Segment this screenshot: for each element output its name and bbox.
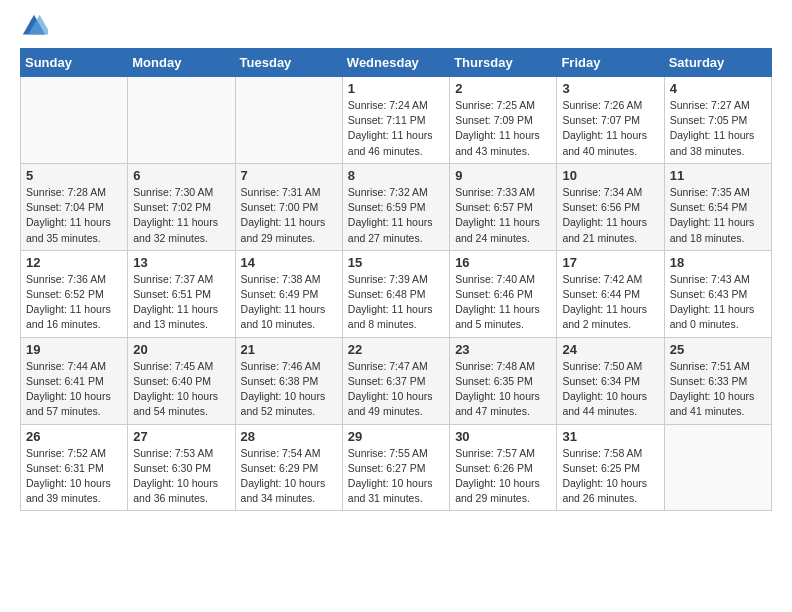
calendar-cell: 19Sunrise: 7:44 AMSunset: 6:41 PMDayligh…: [21, 337, 128, 424]
calendar-cell: 15Sunrise: 7:39 AMSunset: 6:48 PMDayligh…: [342, 250, 449, 337]
calendar-cell: 8Sunrise: 7:32 AMSunset: 6:59 PMDaylight…: [342, 163, 449, 250]
col-header-sunday: Sunday: [21, 49, 128, 77]
day-detail: Sunrise: 7:32 AMSunset: 6:59 PMDaylight:…: [348, 185, 444, 246]
calendar-week-row: 12Sunrise: 7:36 AMSunset: 6:52 PMDayligh…: [21, 250, 772, 337]
day-number: 7: [241, 168, 337, 183]
calendar-cell: 28Sunrise: 7:54 AMSunset: 6:29 PMDayligh…: [235, 424, 342, 511]
day-detail: Sunrise: 7:55 AMSunset: 6:27 PMDaylight:…: [348, 446, 444, 507]
calendar-cell: 7Sunrise: 7:31 AMSunset: 7:00 PMDaylight…: [235, 163, 342, 250]
calendar-cell: 17Sunrise: 7:42 AMSunset: 6:44 PMDayligh…: [557, 250, 664, 337]
col-header-monday: Monday: [128, 49, 235, 77]
calendar-cell: 4Sunrise: 7:27 AMSunset: 7:05 PMDaylight…: [664, 77, 771, 164]
day-number: 27: [133, 429, 229, 444]
calendar-header-row: SundayMondayTuesdayWednesdayThursdayFrid…: [21, 49, 772, 77]
day-detail: Sunrise: 7:46 AMSunset: 6:38 PMDaylight:…: [241, 359, 337, 420]
day-detail: Sunrise: 7:50 AMSunset: 6:34 PMDaylight:…: [562, 359, 658, 420]
day-detail: Sunrise: 7:25 AMSunset: 7:09 PMDaylight:…: [455, 98, 551, 159]
calendar-week-row: 1Sunrise: 7:24 AMSunset: 7:11 PMDaylight…: [21, 77, 772, 164]
calendar-cell: 22Sunrise: 7:47 AMSunset: 6:37 PMDayligh…: [342, 337, 449, 424]
day-detail: Sunrise: 7:53 AMSunset: 6:30 PMDaylight:…: [133, 446, 229, 507]
calendar-cell: 31Sunrise: 7:58 AMSunset: 6:25 PMDayligh…: [557, 424, 664, 511]
calendar-cell: [664, 424, 771, 511]
day-number: 16: [455, 255, 551, 270]
day-number: 29: [348, 429, 444, 444]
calendar-cell: 3Sunrise: 7:26 AMSunset: 7:07 PMDaylight…: [557, 77, 664, 164]
day-detail: Sunrise: 7:31 AMSunset: 7:00 PMDaylight:…: [241, 185, 337, 246]
day-detail: Sunrise: 7:38 AMSunset: 6:49 PMDaylight:…: [241, 272, 337, 333]
day-detail: Sunrise: 7:28 AMSunset: 7:04 PMDaylight:…: [26, 185, 122, 246]
calendar-cell: 1Sunrise: 7:24 AMSunset: 7:11 PMDaylight…: [342, 77, 449, 164]
day-detail: Sunrise: 7:51 AMSunset: 6:33 PMDaylight:…: [670, 359, 766, 420]
calendar-cell: 18Sunrise: 7:43 AMSunset: 6:43 PMDayligh…: [664, 250, 771, 337]
calendar-cell: 16Sunrise: 7:40 AMSunset: 6:46 PMDayligh…: [450, 250, 557, 337]
col-header-friday: Friday: [557, 49, 664, 77]
calendar-cell: 14Sunrise: 7:38 AMSunset: 6:49 PMDayligh…: [235, 250, 342, 337]
day-number: 24: [562, 342, 658, 357]
day-number: 12: [26, 255, 122, 270]
col-header-tuesday: Tuesday: [235, 49, 342, 77]
day-detail: Sunrise: 7:40 AMSunset: 6:46 PMDaylight:…: [455, 272, 551, 333]
logo-icon: [20, 12, 48, 40]
day-number: 23: [455, 342, 551, 357]
day-number: 26: [26, 429, 122, 444]
day-detail: Sunrise: 7:47 AMSunset: 6:37 PMDaylight:…: [348, 359, 444, 420]
calendar-cell: 12Sunrise: 7:36 AMSunset: 6:52 PMDayligh…: [21, 250, 128, 337]
day-number: 22: [348, 342, 444, 357]
calendar-table: SundayMondayTuesdayWednesdayThursdayFrid…: [20, 48, 772, 511]
calendar-cell: 21Sunrise: 7:46 AMSunset: 6:38 PMDayligh…: [235, 337, 342, 424]
calendar-cell: 30Sunrise: 7:57 AMSunset: 6:26 PMDayligh…: [450, 424, 557, 511]
day-number: 5: [26, 168, 122, 183]
day-detail: Sunrise: 7:34 AMSunset: 6:56 PMDaylight:…: [562, 185, 658, 246]
calendar-cell: 20Sunrise: 7:45 AMSunset: 6:40 PMDayligh…: [128, 337, 235, 424]
day-number: 14: [241, 255, 337, 270]
day-number: 21: [241, 342, 337, 357]
calendar-cell: [21, 77, 128, 164]
page: SundayMondayTuesdayWednesdayThursdayFrid…: [0, 0, 792, 612]
calendar-cell: 2Sunrise: 7:25 AMSunset: 7:09 PMDaylight…: [450, 77, 557, 164]
day-number: 25: [670, 342, 766, 357]
day-number: 31: [562, 429, 658, 444]
col-header-thursday: Thursday: [450, 49, 557, 77]
day-detail: Sunrise: 7:24 AMSunset: 7:11 PMDaylight:…: [348, 98, 444, 159]
calendar-cell: [235, 77, 342, 164]
day-detail: Sunrise: 7:52 AMSunset: 6:31 PMDaylight:…: [26, 446, 122, 507]
calendar-cell: 9Sunrise: 7:33 AMSunset: 6:57 PMDaylight…: [450, 163, 557, 250]
calendar-cell: 25Sunrise: 7:51 AMSunset: 6:33 PMDayligh…: [664, 337, 771, 424]
calendar-cell: 13Sunrise: 7:37 AMSunset: 6:51 PMDayligh…: [128, 250, 235, 337]
day-number: 30: [455, 429, 551, 444]
day-number: 3: [562, 81, 658, 96]
day-detail: Sunrise: 7:57 AMSunset: 6:26 PMDaylight:…: [455, 446, 551, 507]
day-detail: Sunrise: 7:54 AMSunset: 6:29 PMDaylight:…: [241, 446, 337, 507]
day-number: 4: [670, 81, 766, 96]
day-number: 8: [348, 168, 444, 183]
calendar-cell: 24Sunrise: 7:50 AMSunset: 6:34 PMDayligh…: [557, 337, 664, 424]
calendar-cell: 23Sunrise: 7:48 AMSunset: 6:35 PMDayligh…: [450, 337, 557, 424]
day-detail: Sunrise: 7:35 AMSunset: 6:54 PMDaylight:…: [670, 185, 766, 246]
col-header-wednesday: Wednesday: [342, 49, 449, 77]
day-detail: Sunrise: 7:42 AMSunset: 6:44 PMDaylight:…: [562, 272, 658, 333]
day-detail: Sunrise: 7:27 AMSunset: 7:05 PMDaylight:…: [670, 98, 766, 159]
day-number: 20: [133, 342, 229, 357]
day-detail: Sunrise: 7:36 AMSunset: 6:52 PMDaylight:…: [26, 272, 122, 333]
col-header-saturday: Saturday: [664, 49, 771, 77]
day-number: 11: [670, 168, 766, 183]
day-detail: Sunrise: 7:58 AMSunset: 6:25 PMDaylight:…: [562, 446, 658, 507]
day-detail: Sunrise: 7:43 AMSunset: 6:43 PMDaylight:…: [670, 272, 766, 333]
day-detail: Sunrise: 7:30 AMSunset: 7:02 PMDaylight:…: [133, 185, 229, 246]
day-number: 1: [348, 81, 444, 96]
day-detail: Sunrise: 7:37 AMSunset: 6:51 PMDaylight:…: [133, 272, 229, 333]
day-number: 13: [133, 255, 229, 270]
day-detail: Sunrise: 7:33 AMSunset: 6:57 PMDaylight:…: [455, 185, 551, 246]
day-detail: Sunrise: 7:39 AMSunset: 6:48 PMDaylight:…: [348, 272, 444, 333]
day-number: 10: [562, 168, 658, 183]
day-number: 2: [455, 81, 551, 96]
calendar-week-row: 5Sunrise: 7:28 AMSunset: 7:04 PMDaylight…: [21, 163, 772, 250]
day-detail: Sunrise: 7:48 AMSunset: 6:35 PMDaylight:…: [455, 359, 551, 420]
calendar-cell: 29Sunrise: 7:55 AMSunset: 6:27 PMDayligh…: [342, 424, 449, 511]
day-number: 18: [670, 255, 766, 270]
calendar-cell: 27Sunrise: 7:53 AMSunset: 6:30 PMDayligh…: [128, 424, 235, 511]
day-number: 17: [562, 255, 658, 270]
calendar-cell: 10Sunrise: 7:34 AMSunset: 6:56 PMDayligh…: [557, 163, 664, 250]
logo: [20, 14, 52, 40]
day-number: 6: [133, 168, 229, 183]
